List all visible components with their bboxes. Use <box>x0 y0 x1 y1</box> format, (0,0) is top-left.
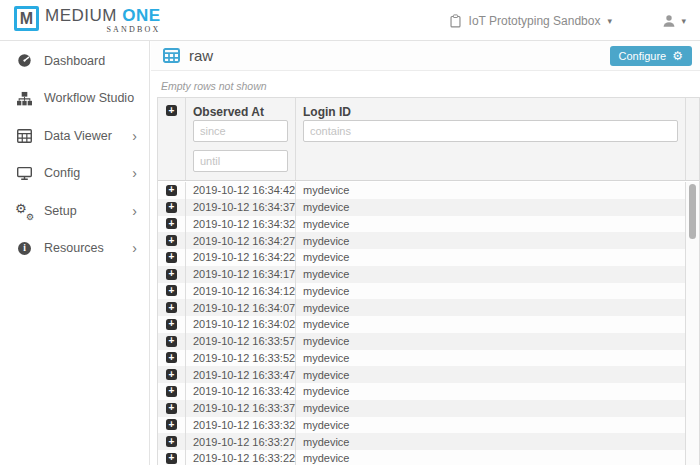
table-scrollbar-thumb[interactable] <box>689 184 696 239</box>
expand-row-button[interactable]: + <box>166 436 177 447</box>
table-row: + 2019-10-12 16:34:42 mydevice <box>158 182 685 199</box>
expand-row-button[interactable]: + <box>166 252 177 263</box>
expand-cell: + <box>158 199 186 216</box>
info-icon: i <box>16 240 33 256</box>
observed-at-cell: 2019-10-12 16:34:32 <box>186 216 296 233</box>
user-icon <box>662 14 676 28</box>
table-row: + 2019-10-12 16:33:57 mydevice <box>158 333 685 350</box>
sidebar-item-resources[interactable]: i Resources › <box>0 230 149 268</box>
observed-at-cell: 2019-10-12 16:34:22 <box>186 249 296 266</box>
sidebar-item-label: Config <box>44 166 80 180</box>
expand-all-header-cell[interactable]: + <box>158 98 186 180</box>
table-row: + 2019-10-12 16:34:12 mydevice <box>158 283 685 300</box>
table-row: + 2019-10-12 16:33:42 mydevice <box>158 383 685 400</box>
dashboard-gauge-icon <box>16 53 33 69</box>
observed-at-cell: 2019-10-12 16:33:57 <box>186 333 296 350</box>
sidebar-item-label: Dashboard <box>44 54 105 68</box>
sitemap-icon <box>16 90 33 106</box>
observed-at-cell: 2019-10-12 16:34:12 <box>186 283 296 300</box>
sidebar-item-workflow-studio[interactable]: Workflow Studio <box>0 80 149 118</box>
expand-row-button[interactable]: + <box>166 336 177 347</box>
sidebar-item-label: Resources <box>44 241 104 255</box>
sidebar-item-label: Setup <box>44 204 77 218</box>
login-id-cell: mydevice <box>296 232 685 249</box>
expand-row-button[interactable]: + <box>166 285 177 296</box>
expand-row-button[interactable]: + <box>166 269 177 280</box>
brand-text: MEDIUM ONE SANDBOX <box>45 6 161 34</box>
chevron-right-icon: › <box>132 166 137 180</box>
table-scrollbar-track[interactable] <box>686 182 699 465</box>
brand-name: MEDIUM ONE <box>45 6 161 25</box>
table-row: + 2019-10-12 16:33:52 mydevice <box>158 350 685 367</box>
table-row: + 2019-10-12 16:33:22 mydevice <box>158 450 685 465</box>
sandbox-selector[interactable]: IoT Prototyping Sandbox ▾ <box>449 0 612 41</box>
login-id-cell: mydevice <box>296 216 685 233</box>
sidebar-item-data-viewer[interactable]: Data Viewer › <box>0 117 149 155</box>
scrollbar-header-gutter <box>686 98 699 180</box>
column-header-login-id: Login ID <box>296 98 685 119</box>
caret-down-icon: ▾ <box>607 16 612 26</box>
table-row: + 2019-10-12 16:33:47 mydevice <box>158 366 685 383</box>
observed-at-cell: 2019-10-12 16:33:42 <box>186 383 296 400</box>
sidebar-item-config[interactable]: Config › <box>0 155 149 193</box>
table-row: + 2019-10-12 16:34:27 mydevice <box>158 232 685 249</box>
sidebar-item-dashboard[interactable]: Dashboard <box>0 42 149 80</box>
login-id-cell: mydevice <box>296 400 685 417</box>
expand-row-button[interactable]: + <box>166 218 177 229</box>
expand-cell: + <box>158 350 186 367</box>
expand-row-button[interactable]: + <box>166 453 177 464</box>
table-grid-icon <box>163 48 180 63</box>
expand-cell: + <box>158 433 186 450</box>
expand-row-button[interactable]: + <box>166 403 177 414</box>
plus-square-icon[interactable]: + <box>166 105 177 116</box>
table-row: + 2019-10-12 16:33:37 mydevice <box>158 400 685 417</box>
observed-at-header-cell: Observed At <box>186 98 296 180</box>
login-id-cell: mydevice <box>296 299 685 316</box>
expand-row-button[interactable]: + <box>166 419 177 430</box>
expand-row-button[interactable]: + <box>166 386 177 397</box>
login-id-cell: mydevice <box>296 333 685 350</box>
observed-at-cell: 2019-10-12 16:33:27 <box>186 433 296 450</box>
configure-button-label: Configure <box>619 50 667 62</box>
login-id-cell: mydevice <box>296 417 685 434</box>
observed-at-cell: 2019-10-12 16:34:02 <box>186 316 296 333</box>
contains-filter-input[interactable] <box>303 120 678 142</box>
expand-row-button[interactable]: + <box>166 319 177 330</box>
login-id-cell: mydevice <box>296 366 685 383</box>
expand-row-button[interactable]: + <box>166 202 177 213</box>
table-row: + 2019-10-12 16:34:32 mydevice <box>158 216 685 233</box>
expand-cell: + <box>158 417 186 434</box>
expand-row-button[interactable]: + <box>166 352 177 363</box>
logo-m-icon: M <box>14 6 39 31</box>
sidebar-item-setup[interactable]: ⚙⚙ Setup › <box>0 192 149 230</box>
empty-rows-note: Empty rows not shown <box>151 71 700 97</box>
clipboard-icon <box>449 14 462 28</box>
observed-at-cell: 2019-10-12 16:33:32 <box>186 417 296 434</box>
table-row: + 2019-10-12 16:34:17 mydevice <box>158 266 685 283</box>
expand-row-button[interactable]: + <box>166 369 177 380</box>
sidebar: Dashboard Workflow Studio Data Viewer › … <box>0 41 150 465</box>
observed-at-cell: 2019-10-12 16:34:17 <box>186 266 296 283</box>
main-content: raw Configure ⚙ Empty rows not shown + O… <box>151 41 700 465</box>
expand-row-button[interactable]: + <box>166 235 177 246</box>
until-filter-input[interactable] <box>193 150 288 172</box>
expand-cell: + <box>158 299 186 316</box>
table-row: + 2019-10-12 16:33:27 mydevice <box>158 433 685 450</box>
table-row: + 2019-10-12 16:34:37 mydevice <box>158 199 685 216</box>
page-title: raw <box>189 47 213 64</box>
user-menu[interactable]: ▾ <box>662 0 686 41</box>
logo[interactable]: M MEDIUM ONE SANDBOX <box>14 6 161 34</box>
observed-at-cell: 2019-10-12 16:34:37 <box>186 199 296 216</box>
expand-row-button[interactable]: + <box>166 302 177 313</box>
configure-button[interactable]: Configure ⚙ <box>610 46 692 66</box>
login-id-cell: mydevice <box>296 283 685 300</box>
brand-name-primary: MEDIUM <box>45 6 117 25</box>
expand-cell: + <box>158 400 186 417</box>
expand-cell: + <box>158 316 186 333</box>
observed-at-cell: 2019-10-12 16:33:22 <box>186 450 296 465</box>
login-id-cell: mydevice <box>296 266 685 283</box>
expand-row-button[interactable]: + <box>166 185 177 196</box>
since-filter-input[interactable] <box>193 120 288 142</box>
table-icon <box>16 128 33 144</box>
brand-name-accent: ONE <box>122 6 160 25</box>
